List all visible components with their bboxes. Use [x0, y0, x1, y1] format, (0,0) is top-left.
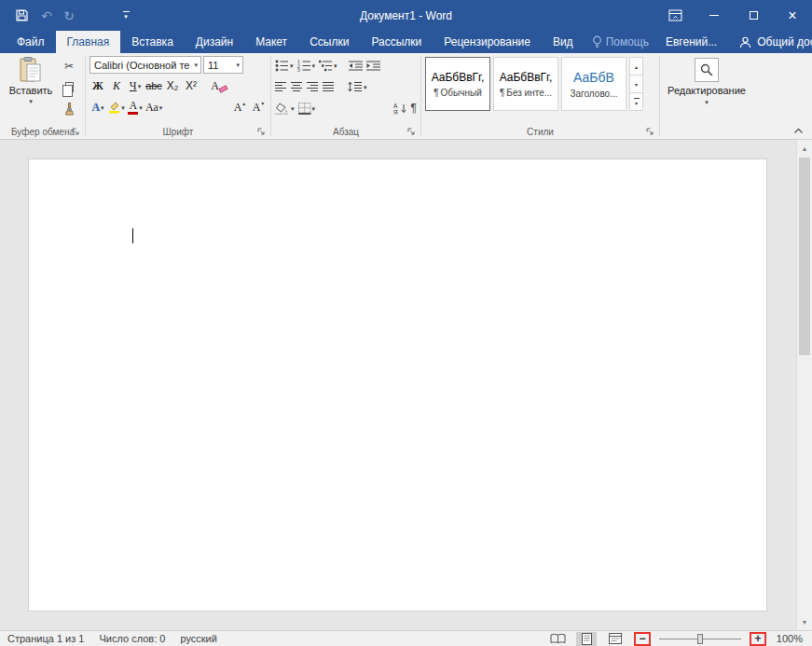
font-size-dropdown-icon[interactable]: ▾: [236, 62, 240, 68]
editing-group-button-label[interactable]: Редактирование: [667, 85, 746, 96]
paste-button[interactable]: Вставить ▾: [5, 54, 57, 124]
word-count[interactable]: Число слов: 0: [99, 633, 165, 644]
editing-dropdown-icon[interactable]: ▾: [705, 99, 709, 105]
print-layout-button[interactable]: [576, 632, 597, 646]
tab-references[interactable]: Ссылки: [298, 31, 360, 53]
font-dialog-launcher[interactable]: [255, 126, 267, 137]
zoom-slider[interactable]: [659, 633, 741, 645]
styles-scroll-down-button[interactable]: ▾: [630, 76, 642, 93]
shading-bucket-icon: [275, 103, 290, 115]
style-no-spacing[interactable]: АаБбВвГг, ¶ Без инте...: [493, 57, 558, 111]
show-paragraph-marks-button[interactable]: ¶: [411, 99, 417, 117]
justify-button[interactable]: [323, 77, 335, 96]
tab-home[interactable]: Главная: [56, 31, 121, 53]
change-case-dropdown-icon[interactable]: ▾: [159, 104, 163, 111]
account-user[interactable]: Евгений...: [656, 31, 726, 53]
language-indicator[interactable]: русский: [180, 633, 216, 644]
collapse-ribbon-button[interactable]: [791, 125, 805, 136]
bullets-dropdown-icon[interactable]: ▾: [290, 62, 294, 69]
underline-dropdown-icon[interactable]: ▾: [138, 83, 142, 89]
tab-help[interactable]: Помощь: [585, 31, 656, 53]
read-mode-button[interactable]: [547, 632, 568, 646]
styles-group: АаБбВвГг, ¶ Обычный АаБбВвГг, ¶ Без инте…: [422, 53, 658, 139]
styles-more-button[interactable]: ▾: [630, 93, 642, 110]
document-page[interactable]: [28, 158, 767, 612]
sort-button[interactable]: АЯ: [393, 99, 407, 117]
cut-button[interactable]: ✂: [59, 58, 79, 74]
highlight-color-button[interactable]: ▾: [108, 98, 125, 117]
web-layout-button[interactable]: [605, 632, 626, 646]
bullets-button[interactable]: ▾: [275, 56, 294, 75]
paste-dropdown-icon[interactable]: ▾: [29, 98, 33, 104]
grow-font-button[interactable]: А ▴: [231, 98, 248, 117]
line-spacing-dropdown-icon[interactable]: ▾: [364, 84, 367, 90]
multilevel-dropdown-icon[interactable]: ▾: [334, 62, 337, 69]
align-center-button[interactable]: [291, 77, 303, 96]
shading-button[interactable]: ▾: [275, 99, 295, 117]
numbering-dropdown-icon[interactable]: ▾: [312, 62, 316, 69]
increase-indent-button[interactable]: [366, 56, 380, 75]
zoom-out-button[interactable]: −: [636, 633, 648, 644]
bold-button[interactable]: Ж: [89, 76, 106, 95]
vertical-scrollbar[interactable]: ▲ ▼: [796, 140, 812, 630]
tab-file[interactable]: Файл: [6, 31, 56, 53]
ribbon-display-options-button[interactable]: [655, 0, 695, 31]
tab-insert[interactable]: Вставка: [120, 31, 185, 53]
shrink-font-button[interactable]: А ▾: [250, 98, 267, 117]
clear-formatting-button[interactable]: А: [211, 76, 227, 95]
style-normal[interactable]: АаБбВвГг, ¶ Обычный: [425, 57, 490, 111]
customize-quick-access-button[interactable]: ▾: [114, 11, 138, 20]
scroll-down-button[interactable]: ▼: [797, 614, 812, 629]
scrollbar-thumb[interactable]: [799, 158, 810, 355]
style-heading[interactable]: АаБбВ Заголово...: [561, 57, 626, 111]
minimize-button[interactable]: [695, 0, 734, 31]
redo-button[interactable]: ↻: [58, 8, 80, 23]
tab-design[interactable]: Дизайн: [185, 31, 244, 53]
paragraph-dialog-launcher[interactable]: [406, 126, 417, 137]
borders-button[interactable]: ▾: [298, 99, 316, 117]
undo-button[interactable]: ↶: [35, 8, 58, 23]
tab-mailings[interactable]: Рассылки: [360, 31, 433, 53]
styles-scroll-up-button[interactable]: ▴: [630, 58, 642, 76]
font-color-dropdown-icon[interactable]: ▾: [139, 104, 143, 111]
text-effects-button[interactable]: А ▾: [89, 98, 106, 117]
borders-dropdown-icon[interactable]: ▾: [312, 105, 316, 112]
line-spacing-button[interactable]: ▾: [348, 77, 367, 96]
tab-view[interactable]: Вид: [542, 31, 585, 53]
find-button[interactable]: [695, 58, 719, 82]
redo-icon: ↻: [63, 8, 75, 23]
tab-layout[interactable]: Макет: [244, 31, 298, 53]
italic-button[interactable]: К: [108, 76, 125, 95]
clipboard-dialog-launcher[interactable]: [70, 126, 81, 137]
close-button[interactable]: ×: [773, 0, 812, 31]
shading-dropdown-icon[interactable]: ▾: [291, 105, 295, 112]
tab-review[interactable]: Рецензирование: [433, 31, 542, 53]
multilevel-list-button[interactable]: ▾: [319, 56, 337, 75]
maximize-button[interactable]: [734, 0, 773, 31]
font-name-select[interactable]: Calibri (Основной те ▾: [89, 56, 201, 74]
change-case-button[interactable]: Аа ▾: [145, 98, 162, 117]
numbering-button[interactable]: 123 ▾: [297, 56, 316, 75]
copy-button[interactable]: [59, 79, 79, 95]
format-painter-button[interactable]: [59, 101, 79, 117]
highlight-dropdown-icon[interactable]: ▾: [121, 104, 125, 111]
font-color-button[interactable]: А ▾: [127, 98, 144, 117]
decrease-indent-button[interactable]: [349, 56, 363, 75]
align-right-button[interactable]: [307, 77, 319, 96]
save-button[interactable]: [7, 9, 35, 21]
underline-button[interactable]: Ч ▾: [127, 76, 144, 95]
subscript-button[interactable]: X₂: [164, 76, 181, 95]
superscript-button[interactable]: X²: [183, 76, 200, 95]
styles-dialog-launcher[interactable]: [644, 126, 655, 137]
font-size-select[interactable]: 11 ▾: [203, 56, 243, 74]
text-effects-dropdown-icon[interactable]: ▾: [101, 104, 104, 111]
scroll-up-button[interactable]: ▲: [797, 141, 812, 156]
zoom-slider-thumb[interactable]: [697, 634, 703, 644]
share-button[interactable]: Общий доступ: [726, 31, 812, 53]
zoom-in-button[interactable]: +: [751, 633, 764, 644]
strikethrough-button[interactable]: abc: [145, 76, 162, 95]
font-name-dropdown-icon[interactable]: ▾: [194, 62, 198, 68]
align-left-button[interactable]: [275, 77, 287, 96]
zoom-level[interactable]: 100%: [775, 633, 803, 644]
page-indicator[interactable]: Страница 1 из 1: [7, 633, 84, 644]
